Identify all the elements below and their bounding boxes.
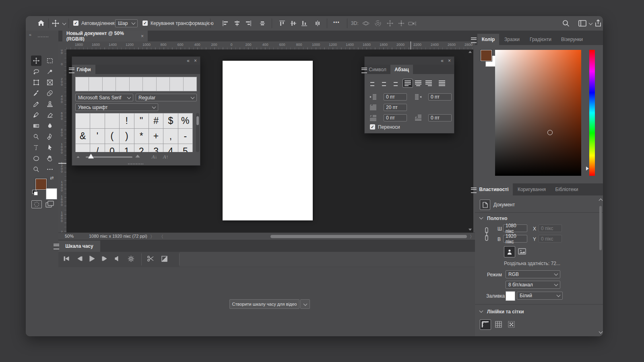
tab-adjustments[interactable]: Коригування [513, 183, 551, 195]
panel-resize-grip[interactable] [128, 163, 144, 165]
fill-dropdown[interactable]: Білий [517, 292, 563, 300]
previous-frame-icon[interactable] [76, 256, 83, 261]
mode-dropdown[interactable]: RGB [506, 270, 560, 278]
font-family-dropdown[interactable]: Microsoft Sans Serif [75, 94, 133, 101]
glyph-cell[interactable]: $ [163, 113, 178, 128]
share-icon[interactable] [594, 19, 602, 27]
recent-glyphs-row[interactable] [75, 77, 197, 91]
crop-tool[interactable] [31, 77, 41, 88]
foreground-color-swatch[interactable] [481, 50, 492, 61]
tab-properties[interactable]: Властивості [475, 183, 513, 195]
workspace-icon[interactable] [578, 19, 587, 27]
font-style-dropdown[interactable]: Regular [136, 94, 197, 101]
collapse-tools-icon[interactable]: « [29, 32, 31, 37]
glyph-grid[interactable]: !"#$% &'()*+,- /012345 [75, 113, 193, 152]
glyph-cell[interactable]: 4 [163, 144, 178, 152]
workspace-chevron-icon[interactable] [589, 21, 593, 25]
align-center-button[interactable] [379, 79, 389, 87]
create-timeline-dropdown[interactable] [300, 299, 310, 309]
canvas-section-chevron-icon[interactable] [479, 216, 483, 220]
hue-slider-marker[interactable] [586, 167, 589, 171]
align-vertical-centers-icon[interactable] [290, 20, 297, 27]
3d-pan-icon[interactable] [386, 20, 394, 27]
glyph-cell[interactable]: ' [90, 129, 104, 144]
3d-roll-icon[interactable] [374, 20, 382, 27]
glyph-cell[interactable]: 2 [134, 144, 149, 152]
more-options-icon[interactable]: ••• [333, 20, 340, 25]
eyedropper-tool[interactable] [31, 88, 41, 99]
horizontal-scrollbar-thumb[interactable] [270, 235, 467, 238]
go-to-first-frame-icon[interactable] [63, 256, 70, 261]
glyph-cell[interactable]: ( [105, 129, 119, 144]
scrollbar-thumb[interactable] [196, 116, 199, 125]
scroll-up-icon[interactable] [599, 199, 603, 203]
collapse-panel-icon[interactable]: « [441, 58, 444, 64]
play-icon[interactable] [89, 255, 95, 262]
toggle-pixel-grid-button[interactable] [506, 319, 516, 329]
scroll-down-icon[interactable] [469, 229, 472, 231]
timeline-settings-icon[interactable] [128, 255, 134, 262]
tab-character[interactable]: Символ [365, 65, 390, 74]
audio-icon[interactable] [115, 256, 121, 261]
indent-left-field[interactable]: 0 пт [384, 93, 407, 101]
scrollbar-thumb[interactable] [599, 206, 602, 250]
glyph-range-dropdown[interactable]: Увесь шрифт [75, 103, 158, 111]
more-tools-icon[interactable] [45, 164, 55, 175]
scroll-up-icon[interactable] [469, 51, 472, 53]
split-clip-icon[interactable] [147, 255, 154, 262]
align-bottom-edges-icon[interactable] [301, 20, 308, 27]
justify-last-right-button[interactable] [424, 79, 433, 87]
quick-selection-tool[interactable] [45, 66, 55, 77]
tab-libraries[interactable]: Бібліотеки [551, 183, 583, 195]
space-after-field[interactable]: 0 пт [428, 114, 452, 121]
glyph-cell[interactable] [90, 113, 104, 128]
tab-patterns[interactable]: Візерунки [556, 34, 588, 45]
glyph-cell[interactable]: 0 [105, 144, 119, 152]
scroll-down-icon[interactable] [599, 330, 603, 334]
document-type-icon[interactable] [480, 200, 490, 210]
pen-tool[interactable] [45, 132, 55, 142]
height-field[interactable]: 1920 пікс [503, 235, 527, 243]
orientation-landscape-button[interactable] [517, 246, 527, 257]
panel-menu-icon[interactable] [54, 244, 59, 249]
auto-select-dropdown[interactable]: Шар [115, 19, 138, 27]
move-tool[interactable] [31, 56, 41, 66]
zoom-level[interactable]: 50% [65, 234, 74, 239]
horizontal-ruler[interactable]: 1800 1600 1400 1200 1000 800 600 400 200… [66, 41, 473, 50]
create-timeline-button[interactable]: Створити шкалу часу для відео [229, 299, 299, 309]
hyphenate-checkbox[interactable]: ✓ [370, 124, 375, 130]
y-field[interactable]: 0 пікс [539, 235, 562, 243]
glyph-cell[interactable]: # [149, 113, 163, 128]
swap-colors-icon[interactable]: ⇄ [50, 175, 54, 181]
glyph-zoom-in-icon[interactable] [135, 155, 140, 158]
align-horizontal-centers-icon[interactable] [234, 20, 240, 27]
document-canvas[interactable] [223, 61, 313, 220]
x-field[interactable]: 0 пікс [539, 224, 562, 232]
auto-select-checkbox[interactable]: ✓ [73, 21, 78, 26]
glyph-cell[interactable]: " [134, 113, 149, 128]
document-tab[interactable]: Новый документ @ 50% (RGB/8) × [62, 31, 148, 41]
glyph-grid-scrollbar[interactable] [196, 113, 199, 152]
move-tool-icon[interactable] [52, 19, 60, 27]
transform-controls-checkbox[interactable]: ✓ [142, 21, 148, 26]
bit-depth-dropdown[interactable]: 8 біт/канал [506, 281, 560, 289]
glyph-cell[interactable] [76, 113, 90, 128]
indent-right-field[interactable]: 0 пт [428, 93, 452, 101]
clone-stamp-tool[interactable] [45, 99, 55, 109]
hand-tool[interactable] [45, 153, 55, 164]
glyph-cell[interactable]: 5 [178, 144, 192, 152]
indent-first-line-field[interactable]: 20 пт [384, 104, 407, 111]
move-tool-chevron-icon[interactable] [62, 21, 66, 25]
align-top-edges-icon[interactable] [279, 20, 285, 27]
glyph-cell[interactable]: % [178, 113, 192, 128]
align-left-button[interactable] [369, 79, 378, 87]
gradient-tool[interactable] [31, 121, 41, 131]
scroll-right-icon[interactable]: 〉 [470, 234, 474, 240]
tab-glyphs[interactable]: Гліфи [72, 65, 95, 74]
background-color-swatch[interactable] [46, 188, 57, 200]
status-menu-arrow-icon[interactable]: 〉 [150, 234, 155, 240]
vertical-ruler[interactable]: 00 0 200 400 600 800 1000 1200 1400 1600… [58, 49, 67, 232]
distribute-vertical-icon[interactable] [314, 20, 321, 27]
space-before-field[interactable]: 0 пт [384, 114, 407, 121]
eraser-tool[interactable] [45, 110, 55, 120]
